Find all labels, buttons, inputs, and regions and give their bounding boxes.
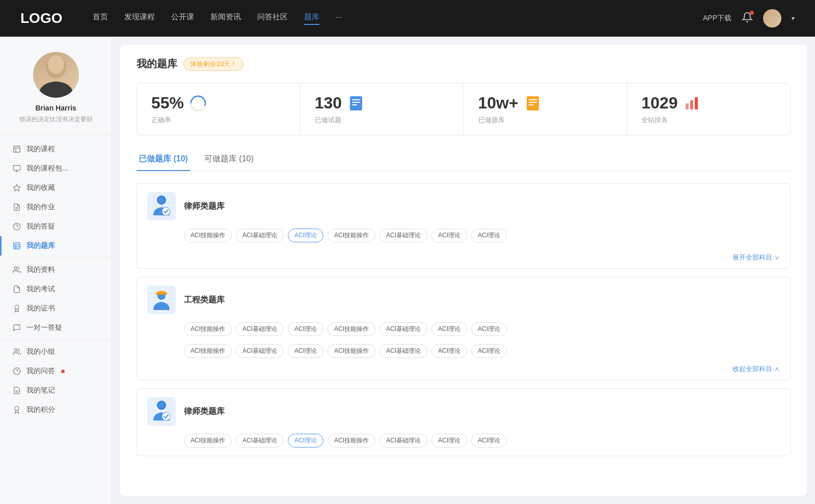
tab-available-banks[interactable]: 可做题库 (10) [202, 150, 256, 171]
qb-title-engineer: 工程类题库 [184, 295, 225, 305]
qb-icon-lawyer2 [147, 397, 176, 426]
svg-rect-6 [13, 165, 20, 170]
qb-tag[interactable]: ACI基础理论 [379, 434, 427, 447]
sidebar-item-cert[interactable]: 我的证书 [0, 299, 112, 318]
qb-tag[interactable]: ACI技能操作 [184, 322, 232, 336]
qb-tag[interactable]: ACI理论 [431, 229, 467, 242]
qb-tag[interactable]: ACI理论 [288, 344, 323, 358]
homework-icon [12, 203, 21, 212]
sidebar-item-one-on-one[interactable]: 一对一答疑 [0, 318, 112, 338]
nav-news[interactable]: 新闻资讯 [210, 12, 241, 25]
svg-point-19 [15, 305, 19, 309]
sidebar-label: 我的小组 [26, 347, 55, 356]
svg-marker-9 [13, 184, 20, 191]
sidebar-label: 一对一答疑 [26, 323, 62, 332]
avatar-svg [33, 52, 79, 98]
sidebar-user-name: Brian Harris [10, 104, 101, 112]
qb-tag[interactable]: ACI理论 [431, 434, 467, 447]
sidebar-item-questionbank[interactable]: 我的题库 [0, 236, 112, 256]
qb-tag[interactable]: ACI基础理论 [236, 434, 284, 447]
nav-opencourse[interactable]: 公开课 [171, 12, 194, 25]
qb-tag[interactable]: ACI理论 [431, 344, 467, 358]
qb-footer-engineer: 收起全部科目 ∧ [137, 362, 790, 380]
sidebar-item-qa[interactable]: 我的答疑 [0, 217, 112, 236]
svg-rect-14 [14, 243, 20, 249]
lawyer-svg-icon [151, 195, 172, 217]
page-title-row: 我的题库 体验剩余23天！ [137, 57, 791, 71]
qb-tag[interactable]: ACI技能操作 [184, 434, 232, 447]
sidebar-item-my-qa[interactable]: 我的问答 [0, 361, 112, 381]
sidebar-menu: 我的课程 我的课程包... 我的收藏 我的作业 [0, 139, 112, 419]
sidebar-avatar [33, 52, 79, 98]
sidebar-item-homework[interactable]: 我的作业 [0, 198, 112, 217]
sidebar-item-courses[interactable]: 我的课程 [0, 139, 112, 159]
done-questions-label: 已做试题 [315, 116, 449, 125]
svg-rect-45 [156, 293, 167, 295]
qb-tag[interactable]: ACI技能操作 [328, 344, 375, 358]
qb-tag[interactable]: ACI基础理论 [379, 344, 427, 358]
stat-top: 55% [151, 94, 286, 113]
user-menu-chevron[interactable]: ▾ [792, 15, 795, 22]
svg-point-41 [158, 197, 165, 204]
nav-more[interactable]: ··· [336, 12, 342, 25]
svg-rect-29 [352, 99, 360, 100]
page-title: 我的题库 [137, 57, 177, 71]
my-qa-icon [12, 367, 21, 376]
course-pkg-icon [12, 164, 21, 173]
qb-tag[interactable]: ACI技能操作 [328, 434, 375, 447]
svg-rect-38 [695, 97, 698, 109]
accuracy-value: 55% [151, 94, 184, 113]
qb-tag[interactable]: ACI技能操作 [184, 229, 232, 242]
app-download[interactable]: APP下载 [703, 14, 731, 23]
nav-questionbank[interactable]: 题库 [304, 12, 319, 25]
qb-tag[interactable]: ACI技能操作 [328, 322, 375, 336]
nav-home[interactable]: 首页 [93, 12, 108, 25]
qb-tag[interactable]: ACI理论 [471, 322, 507, 336]
svg-rect-30 [352, 102, 360, 103]
qb-tag[interactable]: ACI技能操作 [184, 344, 232, 358]
nav-qa[interactable]: 问答社区 [257, 12, 288, 25]
svg-point-42 [162, 207, 170, 215]
qb-tag[interactable]: ACI基础理论 [379, 229, 427, 242]
qb-tag[interactable]: ACI基础理论 [379, 322, 427, 336]
qb-tag[interactable]: ACI技能操作 [328, 229, 375, 242]
sidebar-item-profile[interactable]: 我的资料 [0, 260, 112, 279]
qb-tag[interactable]: ACI理论 [471, 344, 507, 358]
qb-footer-lawyer1: 展开全部科目 ∨ [137, 250, 790, 268]
qb-card-header: 工程类题库 [137, 277, 790, 322]
nav-discover[interactable]: 发现课程 [124, 12, 155, 25]
avatar-image [763, 9, 781, 27]
qb-title-lawyer2: 律师类题库 [184, 406, 225, 417]
rank-value: 1029 [641, 94, 677, 113]
qa-icon [12, 222, 21, 231]
sidebar-item-favorites[interactable]: 我的收藏 [0, 178, 112, 198]
sidebar-item-course-pkg[interactable]: 我的课程包... [0, 159, 112, 178]
sidebar-label: 我的课程包... [26, 164, 68, 173]
qb-tag-active[interactable]: ACI理论 [288, 229, 323, 242]
sidebar-item-exam[interactable]: 我的考试 [0, 279, 112, 299]
qb-tag-active[interactable]: ACI理论 [288, 434, 323, 447]
user-avatar[interactable] [763, 9, 781, 27]
navbar-right: APP下载 ▾ [703, 9, 795, 27]
qb-tag[interactable]: ACI理论 [431, 322, 467, 336]
rank-label: 全站排名 [641, 116, 776, 125]
stat-done-questions: 130 已做试题 [301, 83, 464, 135]
qb-expand-engineer[interactable]: 收起全部科目 ∧ [732, 365, 780, 373]
qb-tag[interactable]: ACI基础理论 [236, 229, 284, 242]
notification-bell[interactable] [742, 12, 753, 25]
svg-point-49 [162, 412, 170, 421]
trial-badge: 体验剩余23天！ [183, 58, 243, 71]
qb-expand-lawyer1[interactable]: 展开全部科目 ∨ [732, 254, 780, 261]
qb-tag[interactable]: ACI基础理论 [236, 344, 284, 358]
qb-tag[interactable]: ACI理论 [288, 322, 323, 336]
stat-done-banks: 10w+ 已做题库 [464, 83, 628, 135]
sidebar-item-points[interactable]: 我的积分 [0, 400, 112, 419]
svg-rect-36 [686, 103, 689, 109]
qb-tag[interactable]: ACI理论 [471, 434, 507, 447]
sidebar-item-notes[interactable]: 我的笔记 [0, 381, 112, 400]
tab-done-banks[interactable]: 已做题库 (10) [137, 150, 190, 171]
sidebar-item-group[interactable]: 我的小组 [0, 342, 112, 361]
qb-tag[interactable]: ACI理论 [471, 229, 507, 242]
svg-point-18 [14, 267, 17, 269]
qb-tag[interactable]: ACI基础理论 [236, 322, 284, 336]
